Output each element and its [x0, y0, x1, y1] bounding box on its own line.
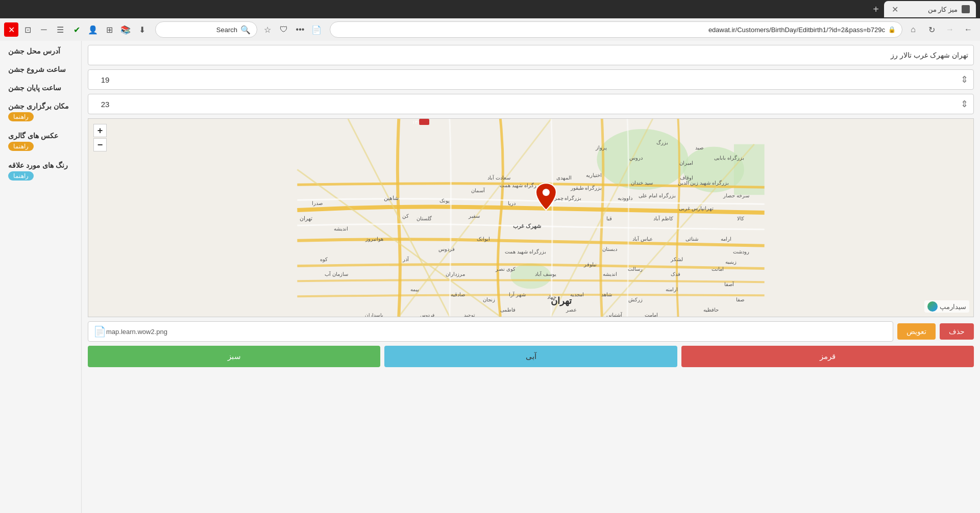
end-hour-value: 23	[97, 100, 113, 109]
tab-title: میز کار من	[928, 6, 958, 13]
nav-bar: ← → ↻ ⌂ 🔒 edawat.ir/Customers/BirthDay/E…	[0, 18, 980, 41]
collections-icon[interactable]: 📚	[118, 22, 133, 37]
replace-button[interactable]: تعویض	[897, 323, 936, 340]
svg-text:سعادت آباد: سعادت آباد	[487, 174, 510, 181]
file-icon[interactable]: 📄	[93, 325, 106, 338]
minimize-btn[interactable]: ─	[37, 22, 51, 37]
back-button[interactable]: ←	[961, 22, 976, 37]
svg-text:صید: صید	[695, 145, 703, 150]
star-icon[interactable]: ☆	[260, 22, 275, 37]
search-icon: 🔍	[240, 25, 251, 35]
svg-text:فاطمی: فاطمی	[500, 307, 516, 313]
split-screen-icon[interactable]: ⊞	[102, 22, 116, 37]
spinner-up-down-icon2: ⇕	[961, 98, 968, 110]
svg-text:بزرگ: بزرگ	[656, 140, 668, 146]
svg-text:ایوانک: ایوانک	[477, 236, 490, 242]
search-bar[interactable]: 🔍 Search	[155, 21, 257, 38]
svg-point-82	[543, 189, 550, 196]
zoom-out-button[interactable]: −	[93, 138, 107, 151]
page-content: تهران شهرک غرب تالار رز ⇕ 19 ⇕ 23	[0, 41, 980, 513]
svg-text:کاظم آباد: کاظم آباد	[653, 215, 673, 222]
gallery-filename-text: map.learn.wow2.png	[106, 328, 167, 336]
tab-bar: میز کار من ✕ +	[0, 0, 980, 18]
color-blue-button[interactable]: آبی	[384, 346, 677, 367]
svg-text:اختیاریه: اختیاریه	[586, 172, 602, 178]
search-text: Search	[216, 26, 237, 34]
svg-text:بزرگراه شهید همت: بزرگراه شهید همت	[505, 249, 546, 255]
svg-text:بیمه: بیمه	[410, 287, 419, 292]
svg-text:۱۳۱: ۱۳۱	[412, 120, 420, 125]
svg-rect-79	[419, 119, 429, 125]
url-text: edawat.ir/Customers/BirthDay/Editbirth1/…	[336, 26, 885, 34]
sidebar-item-venue: مکان برگزاری جشن راهنما	[8, 102, 73, 121]
svg-text:حافظیه: حافظیه	[703, 307, 719, 313]
color-green-button[interactable]: سبز	[88, 346, 380, 367]
svg-text:هوانیروز: هوانیروز	[365, 236, 383, 242]
new-tab-button[interactable]: +	[870, 4, 882, 15]
svg-text:زرکش: زرکش	[628, 297, 643, 303]
delete-button[interactable]: حذف	[940, 323, 974, 340]
svg-text:کالا: کالا	[737, 216, 744, 221]
svg-text:شاهد: شاهد	[601, 292, 612, 297]
svg-text:آصفا: آصفا	[724, 281, 734, 287]
account-icon[interactable]: 👤	[86, 22, 100, 37]
svg-text:مرزداران: مرزداران	[446, 271, 465, 277]
verified-icon[interactable]: ✔	[69, 22, 84, 37]
svg-text:پرواز: پرواز	[595, 145, 607, 151]
sidebar-badge-venue[interactable]: راهنما	[8, 112, 34, 121]
svg-text:آشتیانی: آشتیانی	[606, 312, 623, 317]
sidebar-badge-colors[interactable]: راهنما	[8, 171, 34, 181]
svg-text:یوسف آباد: یوسف آباد	[535, 271, 556, 277]
svg-text:شاهین: شاهین	[384, 195, 399, 201]
sidebar-label-gallery: عکس های گالری	[8, 132, 58, 140]
tab-close-btn[interactable]: ✕	[890, 5, 899, 14]
svg-text:فدک: فدک	[671, 271, 680, 277]
active-tab[interactable]: میز کار من ✕	[884, 1, 976, 17]
svg-text:آذر: آذر	[402, 256, 409, 263]
start-hour-value: 19	[97, 75, 113, 84]
svg-text:بزرگراه بابایی: بزرگراه بابایی	[714, 155, 744, 161]
svg-text:رودشت: رودشت	[733, 249, 749, 255]
restore-btn[interactable]: ⊡	[20, 22, 35, 37]
sidebar-item-colors: رنگ های مورد علاقه راهنما	[8, 161, 73, 181]
sidebar: آدرس محل جشن ساعت شروع جشن ساعت پایان جش…	[0, 41, 82, 513]
svg-text:عباس آباد: عباس آباد	[632, 236, 653, 242]
address-bar[interactable]: 🔒 edawat.ir/Customers/BirthDay/Editbirth…	[330, 21, 902, 38]
color-red-button[interactable]: قرمز	[681, 346, 974, 367]
svg-text:بزرگراه شهید زین الدین: بزرگراه شهید زین الدین	[678, 180, 729, 186]
more-options-icon[interactable]: •••	[293, 22, 307, 37]
svg-text:فردوس: فردوس	[420, 313, 434, 317]
sidebar-badge-gallery[interactable]: راهنما	[8, 142, 34, 151]
svg-text:دبستان: دبستان	[602, 246, 617, 252]
svg-text:پونک: پونک	[439, 198, 450, 204]
svg-text:کوه: کوه	[320, 256, 328, 263]
svg-text:دروس: دروس	[629, 155, 643, 161]
close-btn[interactable]: ✕	[4, 22, 18, 37]
sidebar-label-start-hour: ساعت شروع جشن	[8, 65, 66, 73]
end-hour-row: ⇕ 23	[88, 94, 974, 114]
svg-text:صادقیه: صادقیه	[451, 292, 465, 297]
map-visual: تهران صدرا کوه اندیشه سازمان آب هوانیروز…	[88, 119, 973, 317]
svg-text:امامت: امامت	[645, 312, 658, 317]
gallery-row: حذف تعویض map.learn.wow2.png 📄	[88, 321, 974, 342]
svg-text:ارامه: ارامه	[721, 236, 731, 242]
home-button[interactable]: ⌂	[905, 22, 921, 37]
main-content: تهران شهرک غرب تالار رز ⇕ 19 ⇕ 23	[82, 41, 980, 513]
bookmark-reader-icon[interactable]: 📄	[309, 22, 324, 37]
forward-button[interactable]: →	[942, 22, 958, 37]
sidebar-item-start-hour: ساعت شروع جشن	[8, 65, 73, 73]
refresh-button[interactable]: ↻	[924, 22, 939, 37]
download-icon[interactable]: ⬇	[135, 22, 149, 37]
map-controls: + −	[93, 124, 107, 151]
svg-text:شهر آرا: شهر آرا	[509, 291, 526, 298]
shield-icon[interactable]: 🛡	[277, 22, 291, 37]
svg-text:شهرک غرب: شهرک غرب	[513, 223, 541, 229]
map-container[interactable]: تهران صدرا کوه اندیشه سازمان آب هوانیروز…	[88, 118, 974, 317]
svg-text:بزرگراه شهید همت: بزرگراه شهید همت	[500, 183, 541, 189]
sidebar-item-address: آدرس محل جشن	[8, 47, 73, 55]
svg-text:تهران: تهران	[551, 296, 572, 306]
svg-text:ارامنه: ارامنه	[666, 287, 678, 293]
svg-text:قبا: قبا	[606, 216, 612, 221]
settings-icon[interactable]: ☰	[53, 22, 67, 37]
zoom-in-button[interactable]: +	[93, 124, 107, 137]
